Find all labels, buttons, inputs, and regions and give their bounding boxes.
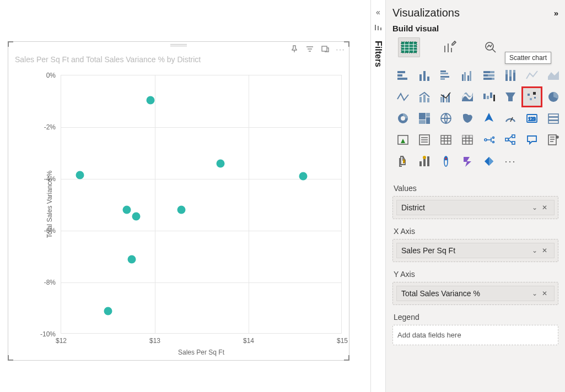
svg-rect-73 (512, 135, 515, 138)
svg-rect-78 (423, 159, 426, 166)
chevron-down-icon[interactable]: ⌄ (530, 204, 540, 211)
multi-row-card-icon[interactable] (544, 109, 563, 128)
pin-icon[interactable] (289, 44, 299, 54)
chevron-down-icon[interactable]: ⌄ (530, 247, 540, 254)
svg-rect-30 (505, 70, 508, 81)
y-axis-label-well: Y Axis (394, 270, 557, 279)
pill-text: District (401, 203, 530, 212)
matrix-icon[interactable] (458, 130, 477, 149)
resize-handle-tl[interactable] (8, 41, 13, 47)
analytics-tab[interactable] (480, 37, 502, 57)
line-stacked-column-icon[interactable] (415, 88, 434, 106)
decomposition-tree-icon[interactable] (501, 130, 520, 149)
app-source-icon[interactable] (480, 152, 498, 171)
area-chart-icon[interactable] (544, 66, 563, 85)
svg-rect-67 (462, 135, 472, 144)
y-axis-well[interactable]: Total Sales Variance % ⌄ ✕ (392, 282, 558, 305)
build-visual-tab[interactable] (398, 37, 420, 57)
pie-chart-icon[interactable] (544, 88, 563, 106)
paginated-report-icon[interactable] (394, 152, 412, 171)
data-point[interactable] (177, 206, 185, 214)
y-tick: 0% (28, 72, 56, 79)
filters-pane-collapsed[interactable]: « Filters (370, 0, 386, 392)
azure-map-icon[interactable] (480, 109, 498, 128)
donut-chart-icon[interactable] (394, 109, 412, 128)
qa-visual-icon[interactable] (523, 130, 541, 149)
y-axis-pill[interactable]: Total Sales Variance % ⌄ ✕ (396, 286, 555, 301)
x-axis-pill[interactable]: Sales Per Sq Ft ⌄ ✕ (396, 243, 555, 258)
data-point[interactable] (217, 159, 225, 167)
format-visual-tab[interactable] (439, 37, 461, 57)
svg-rect-27 (488, 74, 494, 77)
data-point[interactable] (146, 96, 154, 104)
resize-handle-br[interactable] (344, 355, 349, 361)
treemap-icon[interactable] (415, 109, 434, 128)
expand-left-icon[interactable]: « (376, 8, 380, 17)
scatter-chart-icon[interactable] (523, 88, 541, 106)
data-point[interactable] (299, 172, 307, 181)
stacked-column-chart-icon[interactable] (415, 66, 434, 85)
more-visuals-icon[interactable]: ··· (501, 152, 520, 171)
line-chart-alt-icon[interactable] (394, 88, 412, 106)
clustered-bar-chart-icon[interactable] (437, 66, 455, 85)
svg-rect-55 (426, 113, 430, 117)
funnel-chart-icon[interactable] (501, 88, 520, 106)
svg-rect-31 (505, 70, 508, 74)
gauge-icon[interactable] (501, 109, 520, 128)
y-tick: -10% (28, 330, 56, 338)
svg-rect-64 (398, 135, 408, 144)
svg-point-70 (493, 137, 494, 139)
legend-well[interactable]: Add data fields here (392, 325, 558, 345)
svg-rect-47 (528, 94, 530, 96)
svg-rect-50 (534, 97, 536, 99)
x-axis-well[interactable]: Sales Per Sq Ft ⌄ ✕ (392, 239, 558, 262)
ribbon-chart-icon[interactable] (458, 88, 477, 106)
data-point[interactable] (132, 213, 141, 221)
visual-container[interactable]: ··· Sales Per Sq Ft and Total Sales Vari… (8, 41, 349, 361)
clustered-column-chart-icon[interactable] (458, 66, 477, 85)
remove-field-icon[interactable]: ✕ (540, 290, 550, 297)
scatter-plot[interactable]: Total Sales Variance % Sales Per Sq Ft $… (61, 75, 342, 334)
hundred-stacked-bar-chart-icon[interactable] (480, 66, 498, 85)
map-icon[interactable] (437, 109, 455, 128)
power-apps-icon[interactable] (437, 152, 455, 171)
remove-field-icon[interactable]: ✕ (540, 204, 550, 211)
waterfall-chart-icon[interactable] (480, 88, 498, 106)
line-clustered-column-icon[interactable] (437, 88, 455, 106)
svg-point-81 (445, 157, 448, 160)
values-well[interactable]: District ⌄ ✕ (392, 196, 558, 219)
svg-rect-17 (440, 73, 448, 74)
arcgis-map-icon[interactable] (415, 152, 434, 171)
data-point[interactable] (104, 307, 112, 315)
focus-mode-icon[interactable] (320, 44, 330, 54)
card-icon[interactable]: 123 (523, 109, 541, 128)
stacked-bar-chart-icon[interactable] (394, 66, 412, 85)
filled-map-icon[interactable] (458, 109, 477, 128)
svg-rect-37 (423, 95, 426, 102)
data-point[interactable] (127, 255, 136, 263)
values-pill-district[interactable]: District ⌄ ✕ (396, 200, 555, 215)
smart-narrative-icon[interactable] (544, 130, 563, 149)
table-icon[interactable] (437, 130, 455, 149)
resize-handle-bl[interactable] (8, 355, 13, 361)
values-label: Values (394, 184, 557, 193)
svg-rect-41 (446, 98, 448, 102)
drag-handle-icon[interactable] (170, 43, 187, 47)
hundred-stacked-column-chart-icon[interactable] (501, 66, 520, 85)
svg-rect-45 (490, 92, 492, 98)
more-icon[interactable]: ··· (336, 44, 346, 54)
filter-icon[interactable] (305, 44, 315, 54)
kpi-icon[interactable] (394, 130, 412, 149)
remove-field-icon[interactable]: ✕ (540, 247, 550, 254)
r-visual-icon[interactable] (480, 130, 498, 149)
data-point[interactable] (76, 171, 84, 179)
power-automate-icon[interactable] (458, 152, 477, 171)
line-chart-icon[interactable] (523, 66, 541, 85)
chevron-down-icon[interactable]: ⌄ (530, 290, 540, 297)
svg-rect-57 (419, 120, 426, 124)
svg-rect-18 (440, 76, 449, 78)
slicer-icon[interactable] (415, 130, 434, 149)
data-point[interactable] (123, 206, 131, 214)
expand-right-icon[interactable]: » (554, 8, 558, 18)
svg-rect-24 (483, 71, 494, 73)
